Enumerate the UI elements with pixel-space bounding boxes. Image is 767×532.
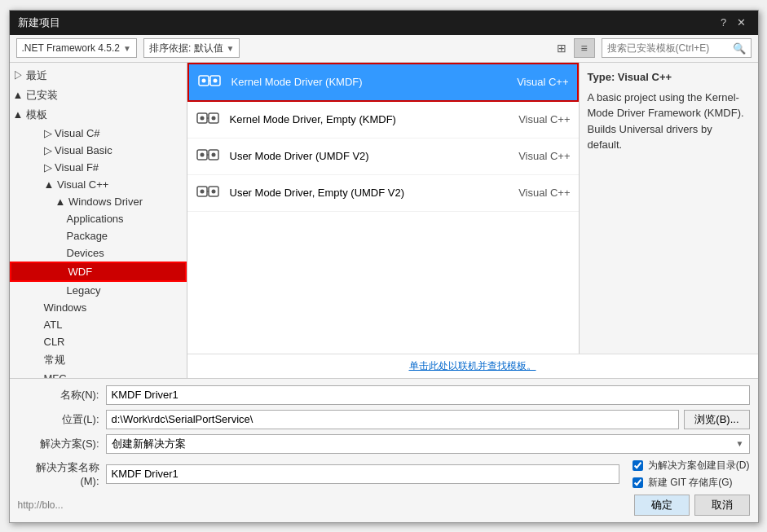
solution-label: 解决方案(S):	[18, 437, 99, 451]
toolbar: .NET Framework 4.5.2 ▼ 排序依据: 默认值 ▼ ⊞ ≡ 🔍	[10, 35, 758, 63]
template-name-0: Kernel Mode Driver (KMDF)	[231, 76, 496, 88]
main-area: ▷ 最近 ▲ 已安装 ▲ 模板 ▷ Visual C# ▷ Visual Bas…	[10, 63, 758, 378]
sort-dropdown[interactable]: 排序依据: 默认值 ▼	[143, 38, 240, 58]
atl-item[interactable]: ATL	[10, 316, 187, 333]
right-panel: Kernel Mode Driver (KMDF) Visual C++	[187, 63, 758, 378]
windows-item[interactable]: Windows	[10, 299, 187, 316]
watermark: http://blo...	[18, 499, 64, 511]
name-input[interactable]	[106, 385, 750, 405]
browse-button[interactable]: 浏览(B)...	[684, 410, 749, 429]
name-row: 名称(N):	[18, 385, 750, 405]
svg-point-8	[200, 116, 204, 120]
windows-driver-item[interactable]: ▲ Windows Driver	[10, 193, 187, 210]
bottom-buttons: http://blo... 确定 取消	[18, 495, 750, 516]
info-type: Type: Visual C++	[588, 71, 750, 83]
new-project-dialog: 新建项目 ? ✕ .NET Framework 4.5.2 ▼ 排序依据: 默认…	[9, 10, 759, 523]
title-controls: ? ✕	[716, 15, 750, 30]
visual-basic-item[interactable]: ▷ Visual Basic	[10, 142, 187, 159]
applications-item[interactable]: Applications	[10, 210, 187, 227]
applications-label: Applications	[67, 213, 124, 225]
package-label: Package	[67, 230, 108, 242]
installed-section[interactable]: ▲ 已安装	[10, 86, 187, 105]
template-item-2[interactable]: User Mode Driver (UMDF V2) Visual C++	[187, 138, 579, 175]
devices-label: Devices	[67, 247, 104, 259]
svg-point-4	[213, 78, 217, 82]
clr-item[interactable]: CLR	[10, 333, 187, 350]
clr-label: CLR	[44, 336, 65, 348]
legacy-label: Legacy	[67, 284, 101, 297]
location-input[interactable]	[106, 410, 680, 429]
list-view-button[interactable]: ≡	[574, 38, 595, 58]
svg-point-13	[200, 152, 204, 156]
search-input[interactable]	[607, 42, 730, 54]
info-description: A basic project using the Kernel-Mode Dr…	[588, 90, 750, 153]
visual-csharp-item[interactable]: ▷ Visual C#	[10, 125, 187, 142]
search-box[interactable]: 🔍	[602, 38, 752, 58]
legacy-item[interactable]: Legacy	[10, 282, 187, 299]
bottom-panel: 名称(N): 位置(L): 浏览(B)... 解决方案(S): 创建新解决方案 …	[10, 378, 758, 522]
template-item-0[interactable]: Kernel Mode Driver (KMDF) Visual C++	[187, 63, 579, 102]
online-link[interactable]: 单击此处以联机并查找模板。	[187, 354, 758, 378]
windows-label: Windows	[44, 301, 87, 314]
regular-label: 常规	[44, 353, 65, 367]
template-label: ▲ 模板	[13, 108, 47, 122]
framework-arrow: ▼	[123, 44, 131, 53]
visual-fsharp-item[interactable]: ▷ Visual F#	[10, 159, 187, 176]
help-button[interactable]: ?	[716, 15, 732, 30]
wdf-label: WDF	[68, 266, 93, 278]
template-name-3: User Mode Driver, Empty (UMDF V2)	[230, 187, 497, 199]
template-item-1[interactable]: Kernel Mode Driver, Empty (KMDF) Visual …	[187, 102, 579, 138]
solution-arrow: ▼	[736, 439, 744, 448]
sort-label: 排序依据: 默认值	[149, 42, 223, 55]
framework-dropdown[interactable]: .NET Framework 4.5.2 ▼	[16, 38, 137, 58]
visual-cpp-label: ▲ Visual C++	[44, 178, 109, 191]
info-panel: Type: Visual C++ A basic project using t…	[579, 63, 758, 354]
dialog-title: 新建项目	[18, 15, 60, 30]
checkboxes: 为解决方案创建目录(D) 新建 GIT 存储库(G)	[633, 459, 750, 490]
template-icon-3	[196, 180, 222, 206]
visual-fsharp-label: ▷ Visual F#	[44, 161, 99, 174]
solution-name-label: 解决方案名称(M):	[18, 460, 99, 487]
svg-point-14	[211, 152, 215, 156]
solution-dropdown[interactable]: 创建新解决方案 ▼	[106, 434, 750, 454]
solution-name-input[interactable]	[106, 464, 619, 484]
template-name-2: User Mode Driver (UMDF V2)	[230, 150, 497, 162]
name-label: 名称(N):	[18, 388, 99, 402]
view-icons: ⊞ ≡	[551, 38, 595, 58]
svg-point-18	[200, 189, 204, 193]
template-type-2: Visual C++	[505, 150, 571, 162]
template-icon-0	[197, 69, 223, 95]
wdf-item[interactable]: WDF	[10, 262, 187, 282]
devices-item[interactable]: Devices	[10, 244, 187, 262]
template-name-1: Kernel Mode Driver, Empty (KMDF)	[230, 113, 497, 125]
framework-label: .NET Framework 4.5.2	[22, 42, 120, 54]
template-type-3: Visual C++	[505, 187, 571, 199]
checkbox-dir[interactable]: 为解决方案创建目录(D)	[633, 459, 750, 473]
checkbox-git-label: 新建 GIT 存储库(G)	[648, 476, 733, 490]
template-item-3[interactable]: User Mode Driver, Empty (UMDF V2) Visual…	[187, 175, 579, 212]
checkbox-dir-input[interactable]	[633, 460, 643, 471]
checkbox-git[interactable]: 新建 GIT 存储库(G)	[633, 476, 750, 490]
location-label: 位置(L):	[18, 412, 99, 427]
atl-label: ATL	[44, 319, 63, 331]
close-button[interactable]: ✕	[734, 15, 750, 30]
template-icon-1	[196, 107, 222, 133]
visual-cpp-item[interactable]: ▲ Visual C++	[10, 176, 187, 193]
ok-button[interactable]: 确定	[634, 495, 690, 516]
regular-item[interactable]: 常规	[10, 350, 187, 370]
cancel-button[interactable]: 取消	[694, 495, 750, 516]
template-icon-2	[196, 143, 222, 169]
grid-view-button[interactable]: ⊞	[551, 38, 572, 58]
mfc-label: MFC	[44, 372, 67, 378]
package-item[interactable]: Package	[10, 227, 187, 244]
recent-section[interactable]: ▷ 最近	[10, 66, 187, 86]
left-panel: ▷ 最近 ▲ 已安装 ▲ 模板 ▷ Visual C# ▷ Visual Bas…	[10, 63, 187, 378]
checkbox-git-input[interactable]	[633, 477, 643, 488]
windows-driver-label: ▲ Windows Driver	[55, 196, 143, 208]
svg-point-9	[211, 116, 215, 120]
template-section[interactable]: ▲ 模板	[10, 105, 187, 125]
recent-label: ▷ 最近	[13, 68, 48, 83]
mfc-item[interactable]: MFC	[10, 370, 187, 378]
svg-point-3	[201, 78, 205, 82]
solution-row: 解决方案(S): 创建新解决方案 ▼	[18, 434, 750, 454]
